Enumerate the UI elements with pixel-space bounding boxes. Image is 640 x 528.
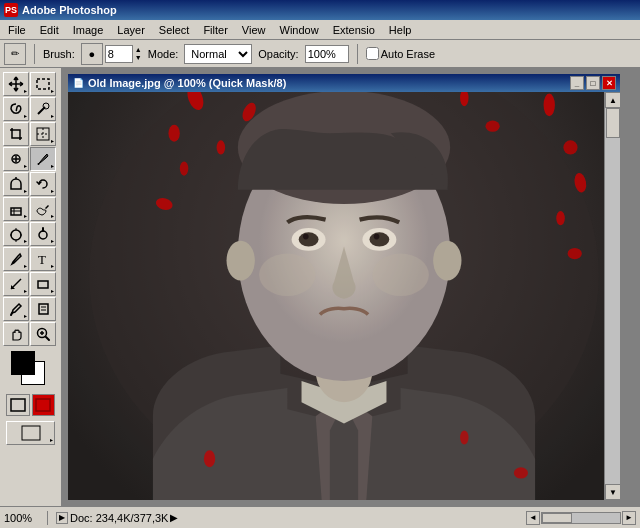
app-icon: PS [4, 3, 18, 17]
fill-tool[interactable]: ▸ [30, 197, 56, 221]
brush-tool[interactable]: ▸ [30, 147, 56, 171]
svg-point-69 [460, 430, 468, 444]
path-select-tool[interactable]: ▸ [3, 272, 29, 296]
auto-erase-checkbox[interactable] [366, 47, 379, 60]
mode-select[interactable]: Normal Dissolve Behind [184, 44, 252, 64]
tool-row-1: ▸ ▸ [3, 72, 58, 96]
vertical-scrollbar[interactable]: ▲ ▼ [604, 92, 620, 500]
svg-point-68 [204, 450, 215, 467]
stamp-tool[interactable]: ▸ [3, 172, 29, 196]
menu-layer[interactable]: Layer [111, 22, 151, 38]
opacity-label: Opacity: [258, 48, 298, 60]
scroll-thumb[interactable] [606, 108, 620, 138]
crop-tool[interactable] [3, 122, 29, 146]
menu-view[interactable]: View [236, 22, 272, 38]
svg-point-12 [11, 230, 21, 240]
close-button[interactable]: ✕ [602, 76, 616, 90]
horizontal-scrollbar[interactable]: ◄ ► [526, 511, 636, 525]
doc-window: 📄 Old Image.jpg @ 100% (Quick Mask/8) _ … [66, 72, 622, 502]
auto-erase-label: Auto Erase [381, 48, 435, 60]
doc-icon: 📄 [72, 77, 84, 89]
screen-mode-btn[interactable]: ▸ [6, 421, 55, 445]
brush-size-input[interactable] [105, 45, 133, 63]
menu-filter[interactable]: Filter [197, 22, 233, 38]
tool-row-5: ▸ ▸ [3, 172, 58, 196]
brush-preview[interactable]: ● [81, 43, 103, 65]
heal-tool[interactable]: ▸ [3, 147, 29, 171]
tool-row-2: ▸ ▸ [3, 97, 58, 121]
dodge-tool[interactable]: ▸ [30, 222, 56, 246]
svg-line-15 [17, 255, 19, 257]
h-scroll-track[interactable] [541, 512, 621, 524]
toolbox: ▸ ▸ ▸ ▸ ▸ [0, 68, 62, 506]
status-divider [47, 511, 48, 525]
scroll-right-arrow[interactable]: ► [622, 511, 636, 525]
scroll-left-arrow[interactable]: ◄ [526, 511, 540, 525]
lasso-tool[interactable]: ▸ [3, 97, 29, 121]
brush-size-arrows[interactable]: ▲ ▼ [135, 46, 142, 62]
scroll-down-arrow[interactable]: ▼ [605, 484, 620, 500]
svg-rect-19 [39, 304, 48, 314]
menu-window[interactable]: Window [274, 22, 325, 38]
quick-mask-btn[interactable] [32, 394, 56, 416]
menu-image[interactable]: Image [67, 22, 110, 38]
scroll-up-arrow[interactable]: ▲ [605, 92, 620, 108]
mode-label: Mode: [148, 48, 179, 60]
zoom-tool[interactable] [30, 322, 56, 346]
menu-extensio[interactable]: Extensio [327, 22, 381, 38]
text-tool[interactable]: T ▸ [30, 247, 56, 271]
blur-tool[interactable]: ▸ [3, 222, 29, 246]
doc-info: Doc: 234,4K/377,3K [70, 512, 168, 524]
color-boxes [11, 351, 51, 387]
photo-svg [68, 92, 620, 500]
magic-wand-tool[interactable]: ▸ [30, 97, 56, 121]
tool-row-9: ▸ ▸ [3, 272, 58, 296]
svg-point-60 [563, 140, 577, 154]
standard-mode-btn[interactable] [6, 394, 30, 416]
foreground-color[interactable] [11, 351, 35, 375]
svg-point-9 [38, 163, 40, 165]
svg-point-59 [544, 94, 555, 117]
eraser-tool[interactable]: ▸ [3, 197, 29, 221]
title-bar: PS Adobe Photoshop [0, 0, 640, 20]
maximize-button[interactable]: □ [586, 76, 600, 90]
status-expand-arrow[interactable]: ▶ [170, 512, 178, 523]
svg-rect-26 [11, 399, 25, 411]
h-scroll-thumb[interactable] [542, 513, 572, 523]
notes-tool[interactable] [30, 297, 56, 321]
tool-options-icon[interactable]: ✏ [4, 43, 26, 65]
opacity-input[interactable] [305, 45, 349, 63]
slice-tool[interactable]: ▸ [30, 122, 56, 146]
hand-tool[interactable] [3, 322, 29, 346]
menu-help[interactable]: Help [383, 22, 418, 38]
photo-canvas: ▲ ▼ [68, 92, 620, 500]
svg-text:T: T [38, 252, 46, 267]
svg-rect-17 [38, 281, 48, 288]
minimize-button[interactable]: _ [570, 76, 584, 90]
svg-point-13 [39, 231, 47, 239]
history-tool[interactable]: ▸ [30, 172, 56, 196]
svg-point-57 [180, 162, 188, 176]
pen-tool[interactable]: ▸ [3, 247, 29, 271]
doc-titlebar: 📄 Old Image.jpg @ 100% (Quick Mask/8) _ … [68, 74, 620, 92]
main-area: ▸ ▸ ▸ ▸ ▸ [0, 68, 640, 506]
menu-select[interactable]: Select [153, 22, 196, 38]
svg-point-56 [168, 125, 179, 142]
zoom-level: 100% [4, 512, 39, 524]
svg-point-62 [556, 211, 564, 225]
marquee-tool[interactable]: ▸ [30, 72, 56, 96]
options-bar: ✏ Brush: ● ▲ ▼ Mode: Normal Dissolve Beh… [0, 40, 640, 68]
app-title: Adobe Photoshop [22, 4, 117, 16]
svg-point-67 [217, 140, 225, 154]
eyedropper-tool[interactable]: ▸ [3, 297, 29, 321]
auto-erase-group: Auto Erase [366, 47, 435, 60]
svg-point-63 [568, 248, 582, 259]
svg-rect-0 [37, 79, 49, 89]
shape-tool[interactable]: ▸ [30, 272, 56, 296]
menu-edit[interactable]: Edit [34, 22, 65, 38]
status-icon[interactable]: ▶ [56, 512, 68, 524]
scroll-track[interactable] [605, 108, 620, 484]
brush-size-group: ● ▲ ▼ [81, 43, 142, 65]
menu-file[interactable]: File [2, 22, 32, 38]
move-tool[interactable]: ▸ [3, 72, 29, 96]
